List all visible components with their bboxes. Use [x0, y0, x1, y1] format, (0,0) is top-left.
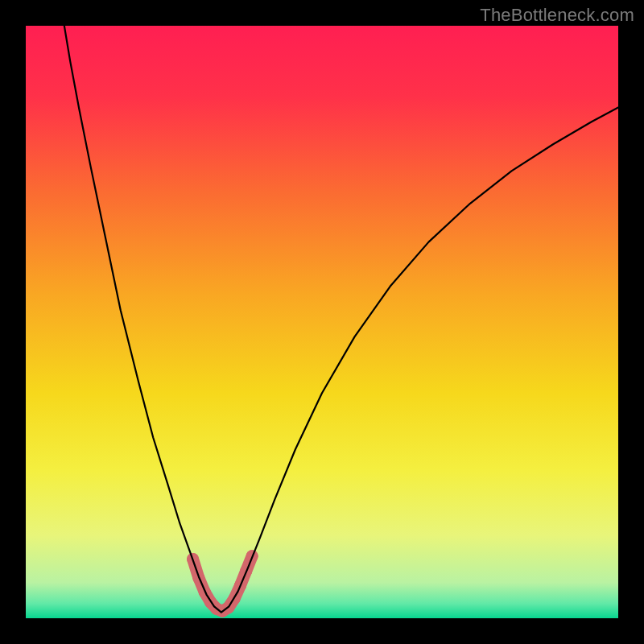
watermark-label: TheBottleneck.com	[480, 5, 634, 26]
curve-layer	[26, 26, 618, 618]
plot-area	[26, 26, 618, 618]
chart-frame: TheBottleneck.com	[0, 0, 644, 644]
